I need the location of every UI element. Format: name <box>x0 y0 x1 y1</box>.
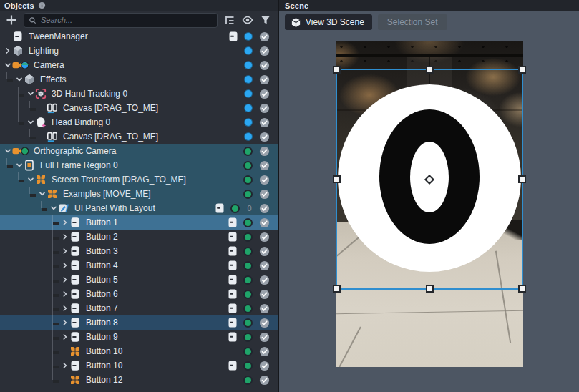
layer-dot-green[interactable] <box>243 347 253 356</box>
layer-dot-green[interactable] <box>243 190 253 199</box>
layer-dot-green[interactable] <box>243 161 253 170</box>
selection-bounds[interactable] <box>336 69 523 290</box>
enabled-checkbox[interactable] <box>259 203 270 214</box>
layer-dot-blue[interactable] <box>244 89 253 98</box>
layer-dot-green[interactable] <box>243 218 253 227</box>
tree-row-camera-2[interactable]: Camera <box>0 58 278 72</box>
resize-handle-bottom-right[interactable] <box>518 285 526 293</box>
chevron-right-icon[interactable] <box>60 247 69 255</box>
layer-dot-green[interactable] <box>243 318 253 328</box>
chevron-down-icon[interactable] <box>49 204 58 212</box>
view-3d-scene-button[interactable]: View 3D Scene <box>285 14 372 30</box>
tree-row-button-6-18[interactable]: Button 6 <box>0 287 278 301</box>
add-object-button[interactable] <box>6 14 17 26</box>
enabled-checkbox[interactable] <box>259 89 270 99</box>
chevron-right-icon[interactable] <box>60 318 69 327</box>
enabled-checkbox[interactable] <box>259 361 270 371</box>
chevron-right-icon[interactable] <box>60 232 69 241</box>
enabled-checkbox[interactable] <box>259 232 270 242</box>
resize-handle-bottom-left[interactable] <box>333 285 341 293</box>
tree-row-canvas-drag-to-me-7[interactable]: Canvas [DRAG_TO_ME] <box>0 129 278 144</box>
layer-dot-green[interactable] <box>243 290 253 299</box>
tree-row-screen-transform-drag-to-me-10[interactable]: Screen Transform [DRAG_TO_ME] <box>0 172 278 187</box>
layer-dot-blue[interactable] <box>244 61 253 69</box>
enabled-checkbox[interactable] <box>259 303 270 314</box>
layer-dot-green[interactable] <box>243 304 253 313</box>
tree-row-tweenmanager-0[interactable]: TweenManager <box>0 29 278 44</box>
layer-dot-blue[interactable] <box>244 75 253 84</box>
tree-row-effects-3[interactable]: Effects <box>0 72 278 87</box>
chevron-down-icon[interactable] <box>14 161 24 170</box>
search-box[interactable] <box>24 13 218 28</box>
chevron-right-icon[interactable] <box>60 361 69 370</box>
enabled-checkbox[interactable] <box>259 132 270 142</box>
layer-dot-green[interactable] <box>243 361 253 371</box>
info-icon[interactable] <box>38 1 46 9</box>
tree-row-button-9-21[interactable]: Button 9 <box>0 330 278 344</box>
tree-view-icon[interactable] <box>224 14 235 26</box>
chevron-down-icon[interactable] <box>26 89 35 98</box>
enabled-checkbox[interactable] <box>259 146 270 157</box>
chevron-down-icon[interactable] <box>37 190 47 198</box>
enabled-checkbox[interactable] <box>259 332 270 343</box>
tree-row-button-3-15[interactable]: Button 3 <box>0 244 278 258</box>
enabled-checkbox[interactable] <box>259 175 270 185</box>
resize-handle-middle-right[interactable] <box>518 175 526 183</box>
tree-row-3d-hand-tracking-0-4[interactable]: 3D Hand Tracking 0 <box>0 87 278 101</box>
layer-dot-blue[interactable] <box>244 104 253 112</box>
tree-row-button-1-13[interactable]: Button 1 <box>0 215 278 230</box>
enabled-checkbox[interactable] <box>259 246 270 257</box>
layer-dot-green[interactable] <box>230 204 240 213</box>
layer-dot-green[interactable] <box>243 333 253 342</box>
tree-row-button-2-14[interactable]: Button 2 <box>0 230 278 244</box>
enabled-checkbox[interactable] <box>259 46 270 57</box>
tree-row-ui-panel-with-layout-12[interactable]: UI Panel With Layout0 <box>0 201 278 215</box>
chevron-right-icon[interactable] <box>60 218 69 227</box>
layer-dot-green[interactable] <box>243 376 253 385</box>
enabled-checkbox[interactable] <box>259 103 270 114</box>
tree-row-lighting-1[interactable]: Lighting <box>0 44 278 58</box>
layer-dot-green[interactable] <box>243 275 253 285</box>
tree-row-canvas-drag-to-me-5[interactable]: Canvas [DRAG_TO_ME] <box>0 101 278 115</box>
tree-row-examples-move-me-11[interactable]: Examples [MOVE_ME] <box>0 187 278 201</box>
enabled-checkbox[interactable] <box>259 275 270 285</box>
enabled-checkbox[interactable] <box>259 60 270 71</box>
resize-handle-top-center[interactable] <box>426 66 434 74</box>
tree-row-button-7-19[interactable]: Button 7 <box>0 301 278 315</box>
enabled-checkbox[interactable] <box>259 74 270 85</box>
layer-dot-blue[interactable] <box>244 32 253 41</box>
pivot-handle[interactable] <box>424 174 434 184</box>
enabled-checkbox[interactable] <box>259 189 270 200</box>
tree-row-head-binding-0-6[interactable]: Head Binding 0 <box>0 115 278 129</box>
enabled-checkbox[interactable] <box>259 289 270 300</box>
layer-dot-green[interactable] <box>243 232 253 242</box>
chevron-down-icon[interactable] <box>14 75 24 84</box>
scene-viewport[interactable] <box>279 34 579 392</box>
chevron-down-icon[interactable] <box>26 118 35 127</box>
layer-dot-green[interactable] <box>243 247 253 256</box>
chevron-right-icon[interactable] <box>60 290 69 298</box>
layer-dot-blue[interactable] <box>244 132 253 141</box>
layer-dot-blue[interactable] <box>244 118 253 127</box>
filter-icon[interactable] <box>260 14 271 26</box>
enabled-checkbox[interactable] <box>259 160 270 171</box>
search-input[interactable] <box>41 16 213 24</box>
chevron-right-icon[interactable] <box>3 46 12 55</box>
resize-handle-middle-left[interactable] <box>333 175 341 183</box>
layer-dot-blue[interactable] <box>244 46 253 55</box>
chevron-down-icon[interactable] <box>3 61 12 69</box>
chevron-right-icon[interactable] <box>60 275 69 284</box>
chevron-right-icon[interactable] <box>60 261 69 270</box>
tree-row-button-12-24[interactable]: Button 12 <box>0 373 278 387</box>
enabled-checkbox[interactable] <box>259 318 270 328</box>
enabled-checkbox[interactable] <box>259 260 270 271</box>
resize-handle-top-right[interactable] <box>518 66 526 74</box>
enabled-checkbox[interactable] <box>259 217 270 228</box>
chevron-right-icon[interactable] <box>60 304 69 313</box>
chevron-down-icon[interactable] <box>3 147 12 155</box>
tree-row-button-10-23[interactable]: Button 10 <box>0 358 278 373</box>
layer-dot-green[interactable] <box>243 147 253 156</box>
resize-handle-bottom-center[interactable] <box>426 285 434 293</box>
enabled-checkbox[interactable] <box>259 375 270 386</box>
tree-row-button-10-22[interactable]: Button 10 <box>0 344 278 358</box>
